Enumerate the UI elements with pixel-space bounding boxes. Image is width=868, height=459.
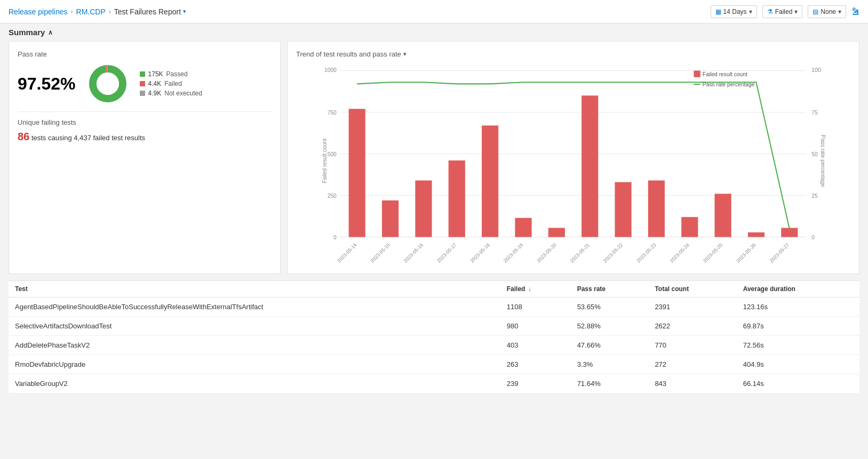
bar-2023-05-24[interactable] xyxy=(681,217,698,237)
cell-avg_duration: 123.16s xyxy=(737,297,859,317)
outcome-filter-button[interactable]: ⚗ Failed ▾ xyxy=(762,5,803,18)
bar-2023-05-21[interactable] xyxy=(582,95,598,237)
cell-failed: 980 xyxy=(500,317,571,336)
bar-2023-05-19[interactable] xyxy=(515,218,531,237)
svg-text:Pass rate percentage: Pass rate percentage xyxy=(820,135,826,187)
days-filter-button[interactable]: ▦ 14 Days ▾ xyxy=(711,5,757,18)
x-label-2023-05-26: 2023-05-26 xyxy=(735,242,756,263)
x-label-2023-05-17: 2023-05-17 xyxy=(436,242,457,263)
svg-text:0: 0 xyxy=(333,235,337,240)
beaker-icon: ⚗ xyxy=(767,8,773,15)
breadcrumb-chevron-icon[interactable]: ▾ xyxy=(183,8,186,15)
svg-text:0: 0 xyxy=(811,235,815,240)
svg-text:75: 75 xyxy=(811,110,818,116)
bar-2023-05-14[interactable] xyxy=(349,109,365,237)
trend-chart-area: 1000 750 500 250 0 100 75 50 25 0 Failed… xyxy=(296,62,850,265)
card-divider xyxy=(18,111,272,112)
cell-failed: 263 xyxy=(500,355,571,374)
pass-rate-content: 97.52% 17 xyxy=(18,62,272,105)
table-body: AgentBasedPipelineShouldBeAbleToSuccessf… xyxy=(9,297,859,393)
col-test: Test xyxy=(9,281,500,297)
cell-total_count: 272 xyxy=(648,355,736,374)
table-row[interactable]: AgentBasedPipelineShouldBeAbleToSuccessf… xyxy=(9,297,859,317)
legend-failed: 4.4K Failed xyxy=(140,80,202,87)
failed-label: Failed xyxy=(164,80,182,87)
svg-text:250: 250 xyxy=(328,193,337,199)
cell-test: RmoDevfabricUpgrade xyxy=(9,355,500,374)
trend-chevron-icon[interactable]: ▾ xyxy=(403,51,407,58)
cell-test: SelectiveArtifactsDownloadTest xyxy=(9,317,500,336)
donut-chart xyxy=(86,62,129,105)
group-filter-button[interactable]: ▤ None ▾ xyxy=(808,5,846,18)
bar-2023-05-16[interactable] xyxy=(415,180,432,237)
cell-failed: 1108 xyxy=(500,297,571,317)
cell-pass_rate: 71.64% xyxy=(571,374,649,393)
unique-failing-card: Unique failing tests 86 tests causing 4,… xyxy=(18,118,272,143)
breadcrumb-rm-cdp[interactable]: RM.CDP xyxy=(76,7,106,16)
x-label-2023-05-16: 2023-05-16 xyxy=(403,242,424,263)
cell-total_count: 2391 xyxy=(648,297,736,317)
breadcrumb-release-pipelines[interactable]: Release pipelines xyxy=(9,7,68,16)
cell-avg_duration: 66.14s xyxy=(737,374,859,393)
pass-rate-card: Pass rate 97.52% xyxy=(18,50,272,105)
col-failed[interactable]: Failed ↓ xyxy=(500,281,571,297)
table-row[interactable]: AddDeletePhaseTaskV240347.66%77072.56s xyxy=(9,336,859,355)
svg-text:50: 50 xyxy=(811,151,818,157)
bar-2023-05-25[interactable] xyxy=(715,194,731,237)
svg-text:500: 500 xyxy=(328,151,337,157)
cell-test: AgentBasedPipelineShouldBeAbleToSuccessf… xyxy=(9,297,500,317)
col-pass-rate: Pass rate xyxy=(571,281,649,297)
group-icon: ▤ xyxy=(813,8,818,15)
failed-dot xyxy=(140,81,145,86)
svg-text:Failed result count: Failed result count xyxy=(703,71,747,77)
x-label-2023-05-23: 2023-05-23 xyxy=(635,242,657,263)
breadcrumb: Release pipelines › RM.CDP › Test Failur… xyxy=(9,7,186,16)
bar-2023-05-26[interactable] xyxy=(748,232,765,237)
cell-pass_rate: 3.3% xyxy=(571,355,649,374)
bar-2023-05-17[interactable] xyxy=(449,160,465,237)
trend-card: Trend of test results and pass rate ▾ 10… xyxy=(287,41,859,274)
data-table: Test Failed ↓ Pass rate Total count Aver… xyxy=(9,280,859,393)
bar-2023-05-18[interactable] xyxy=(482,125,498,237)
table-row[interactable]: SelectiveArtifactsDownloadTest98052.88%2… xyxy=(9,317,859,336)
unique-failing-description: tests causing 4,437 failed test results xyxy=(31,134,145,142)
table-row[interactable]: VariableGroupV223971.64%84366.14s xyxy=(9,374,859,393)
table-row[interactable]: RmoDevfabricUpgrade2633.3%272404.9s xyxy=(9,355,859,374)
col-total-count: Total count xyxy=(648,281,736,297)
svg-text:25: 25 xyxy=(811,193,818,199)
bar-2023-05-27[interactable] xyxy=(781,228,798,237)
svg-point-3 xyxy=(97,73,119,95)
x-label-2023-05-22: 2023-05-22 xyxy=(602,242,624,263)
breadcrumb-current: Test Failures Report ▾ xyxy=(114,7,186,16)
cell-avg_duration: 404.9s xyxy=(737,355,859,374)
cell-pass_rate: 53.65% xyxy=(571,297,649,317)
failed-count: 4.4K xyxy=(148,80,162,87)
x-label-2023-05-19: 2023-05-19 xyxy=(503,242,524,263)
cell-total_count: 770 xyxy=(648,336,736,355)
summary-header[interactable]: Summary ∧ xyxy=(0,23,868,41)
cell-test: AddDeletePhaseTaskV2 xyxy=(9,336,500,355)
pass-rate-legend: 175K Passed 4.4K Failed 4.9K Not execute… xyxy=(140,70,202,97)
bar-2023-05-22[interactable] xyxy=(615,182,631,237)
top-bar: Release pipelines › RM.CDP › Test Failur… xyxy=(0,0,868,23)
donut-svg xyxy=(86,62,129,105)
trend-svg: 1000 750 500 250 0 100 75 50 25 0 Failed… xyxy=(296,62,850,265)
cell-failed: 403 xyxy=(500,336,571,355)
cell-avg_duration: 72.56s xyxy=(737,336,859,355)
summary-label: Summary xyxy=(9,28,45,37)
svg-rect-21 xyxy=(694,70,700,77)
bar-2023-05-23[interactable] xyxy=(648,180,665,237)
edit-button[interactable]: ✎ xyxy=(851,5,859,17)
x-label-2023-05-24: 2023-05-24 xyxy=(669,242,690,263)
cell-total_count: 2622 xyxy=(648,317,736,336)
cell-failed: 239 xyxy=(500,374,571,393)
unique-failing-title: Unique failing tests xyxy=(18,118,272,126)
svg-text:100: 100 xyxy=(811,67,821,73)
svg-text:1000: 1000 xyxy=(324,67,337,73)
bar-2023-05-20[interactable] xyxy=(548,228,565,237)
table-header-row: Test Failed ↓ Pass rate Total count Aver… xyxy=(9,281,859,297)
bar-2023-05-15[interactable] xyxy=(382,200,399,237)
days-chevron-icon: ▾ xyxy=(749,8,752,15)
passed-count: 175K xyxy=(148,70,163,78)
x-label-2023-05-18: 2023-05-18 xyxy=(469,242,491,263)
